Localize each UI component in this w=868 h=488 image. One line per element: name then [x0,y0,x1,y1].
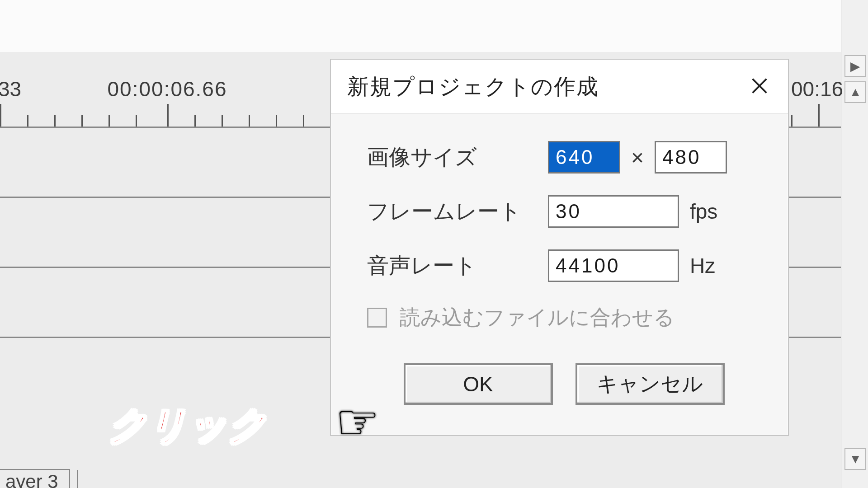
layer-tab[interactable]: ayer 3 [0,469,70,488]
scrollbar-panel: ▶ ▲ ▼ [841,0,868,488]
dialog-titlebar[interactable]: 新規プロジェクトの作成 [331,60,788,114]
scroll-up-button[interactable]: ▲ [844,81,866,103]
pointing-hand-icon: ☜ [316,393,380,447]
height-input[interactable] [655,141,727,174]
audio-rate-label: 音声レート [367,251,548,280]
match-file-checkbox [367,308,387,328]
width-input[interactable] [548,141,620,174]
close-button[interactable] [744,71,775,103]
hz-unit: Hz [690,253,715,278]
timeline-time-partial-right: 00:16 [791,77,843,101]
match-file-label: 読み込むファイルに合わせる [400,304,675,332]
scroll-down-button[interactable]: ▼ [844,448,866,470]
frame-rate-input[interactable] [548,195,679,228]
new-project-dialog: 新規プロジェクトの作成 画像サイズ × フレームレート fps 音声レート Hz… [330,59,789,436]
ok-button[interactable]: OK [404,363,553,405]
fps-unit: fps [690,199,717,224]
frame-rate-label: フレームレート [367,197,548,226]
audio-rate-input[interactable] [548,249,679,282]
annotation-click-text: クリック [108,400,268,451]
close-icon [749,75,770,98]
dialog-title: 新規プロジェクトの作成 [347,72,599,101]
layer-tab-separator [77,470,78,488]
scroll-right-button[interactable]: ▶ [844,55,866,77]
multiply-symbol: × [631,145,644,170]
timeline-time-label: 00:00:06.66 [107,77,227,101]
cancel-button[interactable]: キャンセル [576,363,725,405]
background-top [0,0,868,52]
image-size-label: 画像サイズ [367,143,548,172]
